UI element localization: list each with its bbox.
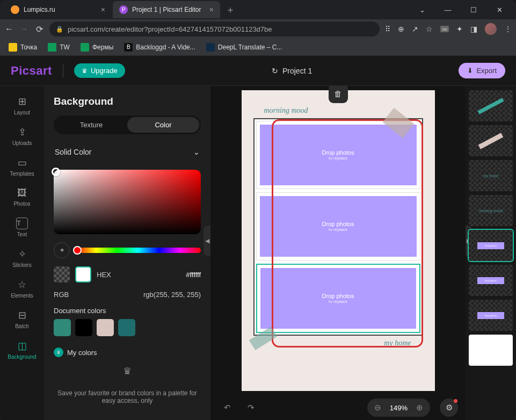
photo-slot[interactable]: Drop photosto replace [256,192,420,260]
project-title[interactable]: ↻Project 1 [272,67,312,75]
tab-close-icon[interactable]: × [209,5,214,14]
layer-item[interactable]: morning mood [469,195,513,226]
layer-item[interactable]: Drop photos [469,300,513,331]
divider [63,64,63,77]
photos-icon: 🖼 [17,187,27,199]
tool-batch[interactable]: ⊟Batch [0,305,44,334]
reload-button[interactable]: ⟳ [34,24,44,34]
zoom-icon[interactable]: ⊕ [398,25,404,33]
doc-color-swatch[interactable] [97,319,114,336]
hex-value[interactable]: #ffffff [186,271,201,279]
tab-title: Project 1 | Picsart Editor [132,6,201,13]
star-icon: ☆ [18,279,26,291]
eyedropper-button[interactable]: ⌖ [54,242,70,258]
my-colors-row[interactable]: ♛ My colors [54,347,201,357]
translate-icon[interactable]: ⠿ [385,25,390,33]
tab-title: Lumpics.ru [24,6,55,13]
background-icon: ◫ [18,340,27,352]
bookmark-icon[interactable]: ☆ [426,25,433,33]
address-bar: ← → ⟳ 🔒 picsart.com/create/editor?projec… [0,19,516,39]
color-picker-handle[interactable] [52,168,60,176]
rgb-value[interactable]: rgb(255, 255, 255) [143,291,201,299]
bg-tabs: Texture Color [54,115,201,134]
back-button[interactable]: ← [4,24,14,34]
minimize-icon[interactable]: ― [440,6,456,14]
layers-panel: ▶ my home morning mood Drop photos Drop … [466,86,516,420]
redo-button[interactable]: ↷ [242,399,260,417]
tool-elements[interactable]: ☆Elements [0,274,44,303]
tool-background[interactable]: ◫Background [0,336,44,364]
my-home-text[interactable]: my home [253,339,411,347]
panel-collapse-button[interactable]: ◀ [204,226,210,256]
bookmark-item[interactable]: Точка [4,41,41,53]
layer-item[interactable]: Drop photos [469,230,513,261]
tool-stickers[interactable]: ✧Stickers [0,244,44,272]
doc-color-swatch[interactable] [75,319,92,336]
browser-tab[interactable]: Lumpics.ru × [4,1,112,18]
zoom-in-button[interactable]: ⊕ [413,401,426,414]
app-logo[interactable]: Picsart [11,64,52,78]
tool-text[interactable]: TText [0,213,44,242]
lock-icon: 🔒 [56,26,63,33]
hue-slider[interactable] [75,248,201,253]
upgrade-button[interactable]: ♛Upgrade [74,63,125,78]
photo-slot[interactable]: Drop photosto replace [256,264,420,333]
layer-item[interactable] [469,125,513,156]
menu-icon[interactable]: ⋮ [504,25,512,33]
upload-icon: ⇪ [18,126,26,138]
save-hint: Save your favorite or brand colors in a … [54,389,201,404]
canvas-viewport[interactable]: 🗑 morning mood Drop photosto replace Dro… [210,86,466,395]
share-icon[interactable]: ↗ [412,25,418,33]
tool-uploads[interactable]: ⇪Uploads [0,122,44,150]
layer-item[interactable] [469,335,513,366]
delete-button[interactable]: 🗑 [329,86,348,103]
tab-texture[interactable]: Texture [55,117,127,133]
doc-colors-grid [54,319,201,336]
zoom-out-button[interactable]: ⊖ [372,401,384,414]
tab-close-icon[interactable]: × [101,5,105,14]
chevron-down-icon[interactable]: ⌄ [414,6,430,14]
bookmarks-bar: Точка TW Фермы BBackloggd - A Vide... De… [0,39,516,56]
tab-favicon: P [119,5,128,14]
design-page[interactable]: 🗑 morning mood Drop photosto replace Dro… [242,90,435,391]
doc-colors-label: Document colors [54,307,201,315]
forward-button[interactable]: → [19,24,29,34]
url-text: picsart.com/create/editor?projectId=6427… [68,25,272,33]
bookmark-item[interactable]: TW [43,41,74,53]
tool-layout[interactable]: ⊞Layout [0,91,44,120]
zoom-control: ⊖ 149% ⊕ [367,399,430,417]
zoom-value[interactable]: 149% [387,404,411,412]
hue-handle[interactable] [73,246,82,255]
new-tab-button[interactable]: ＋ [221,3,239,16]
export-button[interactable]: ⬇Export [459,63,505,78]
tool-templates[interactable]: ▭Templates [0,153,44,181]
undo-button[interactable]: ↶ [218,399,236,417]
layer-item[interactable]: Drop photos [469,265,513,296]
profile-avatar[interactable] [485,23,497,35]
current-color-swatch[interactable] [75,266,91,283]
ext-icon[interactable]: as [440,26,449,32]
color-picker[interactable] [54,170,201,234]
bookmark-icon [9,43,17,52]
url-input[interactable]: 🔒 picsart.com/create/editor?projectId=64… [49,21,380,37]
settings-button[interactable]: ⚙ [440,399,458,417]
doc-color-swatch[interactable] [118,319,135,336]
doc-color-swatch[interactable] [54,319,71,336]
tab-color[interactable]: Color [127,117,199,133]
bookmark-icon [81,43,89,52]
photo-stack[interactable]: Drop photosto replace Drop photosto repl… [253,118,423,336]
extensions-icon[interactable]: ✦ [456,25,463,33]
sidepanel-icon[interactable]: ◨ [470,25,477,33]
transparent-swatch[interactable] [54,266,70,283]
browser-tab[interactable]: P Project 1 | Picsart Editor × [113,1,220,18]
bookmark-item[interactable]: Фермы [76,41,118,53]
solid-color-dropdown[interactable]: Solid Color ⌄ [54,142,201,162]
bookmark-item[interactable]: DeepL Translate – С... [202,41,287,53]
tool-photos[interactable]: 🖼Photos [0,183,44,211]
close-icon[interactable]: ✕ [491,6,507,14]
bookmark-item[interactable]: BBackloggd - A Vide... [120,41,200,53]
maximize-icon[interactable]: ☐ [466,6,482,14]
layer-item[interactable]: my home [469,160,513,191]
layer-item[interactable] [469,90,513,121]
crown-icon: ♛ [82,67,88,75]
